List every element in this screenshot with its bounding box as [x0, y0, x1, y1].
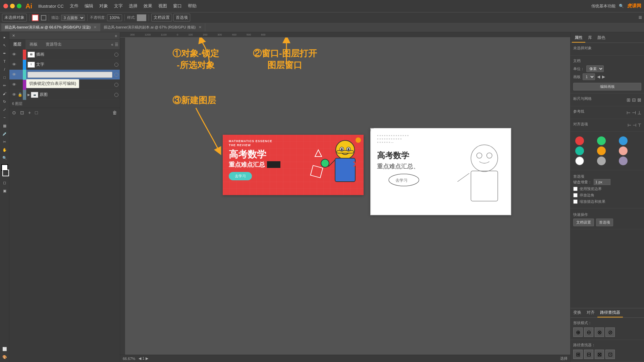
menu-select[interactable]: 选择 — [126, 3, 140, 9]
guide-icon-3[interactable]: ⊥ — [637, 110, 641, 115]
crop-btn[interactable]: ⊡ — [605, 350, 615, 359]
swatch-blue[interactable] — [619, 136, 628, 145]
delete-layer-btn[interactable]: 🗑 — [111, 109, 118, 116]
menu-window[interactable]: 窗口 — [170, 3, 184, 9]
layers-tab-layers[interactable]: 图层 — [9, 40, 25, 49]
layer-4-lock[interactable] — [17, 82, 23, 87]
layer-1-visibility[interactable]: 👁 — [11, 51, 17, 58]
tab-2-close[interactable]: ✕ — [199, 25, 202, 29]
stroke-select[interactable]: 3 点圆形 — [61, 15, 85, 21]
rpanel-tab-color[interactable]: 颜色 — [595, 34, 608, 43]
swatch-pink[interactable] — [619, 146, 628, 155]
fullscreen-btn[interactable] — [17, 4, 21, 8]
tab-1-close[interactable]: ✕ — [94, 25, 97, 29]
line-tool[interactable]: / — [1, 66, 8, 73]
rpanel-tab-properties[interactable]: 属性 — [572, 34, 585, 43]
select-tool[interactable]: ▸ — [1, 34, 8, 41]
layers-menu-btn[interactable]: ☰ — [115, 42, 118, 47]
corner-widget-check[interactable] — [573, 193, 578, 197]
intersect-btn[interactable]: ⊗ — [595, 327, 604, 337]
layers-panel-menu[interactable]: ≡ — [115, 34, 117, 38]
make-clipping-mask-btn[interactable]: ⊡ — [19, 109, 25, 116]
hand-tool[interactable]: ✋ — [1, 146, 8, 154]
unite-btn[interactable]: ⊕ — [573, 327, 583, 337]
canvas-area[interactable]: 300120011000100200300400500600 ①对象-锁定 -所… — [120, 32, 570, 362]
direct-select-tool[interactable]: ↖ — [1, 42, 8, 49]
search-icon[interactable]: 🔍 — [619, 4, 624, 8]
style-swatch[interactable] — [137, 14, 146, 21]
preview-bounds-check[interactable] — [573, 187, 578, 191]
layer-4-target[interactable] — [114, 83, 118, 87]
swatch-orange[interactable] — [597, 146, 606, 155]
menu-effect[interactable]: 效果 — [141, 3, 155, 9]
menu-app[interactable]: Illustrator CC — [36, 4, 66, 9]
type-tool[interactable]: T — [1, 58, 8, 65]
tab-2[interactable]: 插边风-banner演示稿的副本.ai @ 67% (RGB/GPU 推箱) ✕ — [100, 23, 205, 31]
banner-btn[interactable]: 去学习 — [229, 172, 252, 180]
layer-1-target[interactable] — [114, 53, 118, 57]
minus-front-btn[interactable]: ⊖ — [584, 327, 593, 337]
change-screen[interactable]: ⬜ — [1, 345, 8, 353]
artboard-select[interactable]: 1 — [583, 73, 595, 80]
artboard-indicator[interactable]: ◀ 1 ▶ — [139, 356, 148, 361]
tab-align[interactable]: 对齐 — [584, 308, 597, 317]
edit-artboard-btn[interactable]: 编辑画板 — [573, 83, 641, 90]
warp-tool[interactable]: ~ — [1, 114, 8, 121]
menu-edit[interactable]: 编辑 — [82, 3, 96, 9]
quick-prefs-btn[interactable]: 首选项 — [596, 219, 613, 226]
tab-1[interactable]: 插边风-banner演示稿.ai @ 66.67% (RGB/GPU 渲染) ✕ — [1, 23, 100, 31]
layer-5-target[interactable] — [114, 93, 118, 97]
art-tools[interactable]: 🎨 — [1, 353, 8, 361]
locate-layer-btn[interactable]: ⊙ — [11, 109, 17, 116]
screen-mode[interactable]: ▣ — [1, 187, 8, 194]
opacity-value[interactable]: 100% — [107, 14, 122, 21]
zoom-level[interactable]: 66.67% — [123, 357, 135, 361]
eyedropper-tool[interactable]: 💉 — [1, 130, 8, 137]
layer-row-3[interactable]: 👁 切换锁定(空白表示可编辑) — [9, 70, 120, 80]
panel-toggle-icon[interactable]: ≡ — [638, 14, 642, 21]
doc-settings-btn[interactable]: 文档设置 — [151, 14, 172, 21]
align-center-icon[interactable]: ⊣ — [633, 123, 636, 128]
swatch-green[interactable] — [597, 136, 606, 145]
scale-tool[interactable]: ⤢ — [1, 106, 8, 113]
layer-5-lock[interactable]: 🔒 — [17, 92, 23, 98]
pencil-tool[interactable]: ✏ — [1, 82, 8, 89]
layer-3-target[interactable] — [114, 73, 118, 77]
pen-tool[interactable]: ✒ — [1, 50, 8, 57]
artboard-next[interactable]: ▶ — [602, 74, 605, 79]
menu-object[interactable]: 对象 — [97, 3, 111, 9]
stroke-swatch[interactable] — [2, 170, 9, 176]
menu-help[interactable]: 帮助 — [185, 3, 199, 9]
stroke-color[interactable] — [41, 15, 46, 20]
menu-text[interactable]: 文字 — [111, 3, 125, 9]
quick-doc-settings-btn[interactable]: 文档设置 — [573, 219, 594, 226]
divide-btn[interactable]: ⊞ — [573, 350, 583, 359]
layer-2-visibility[interactable]: 👁 — [11, 61, 17, 68]
grid-icon[interactable]: ⊟ — [632, 97, 636, 103]
layers-tab-boards[interactable]: 画板 — [25, 40, 42, 49]
paintbrush-tool[interactable]: 🖌 — [1, 90, 8, 97]
menu-file[interactable]: 文件 — [67, 3, 81, 9]
layers-tab-export[interactable]: 资源导出 — [42, 40, 66, 49]
rotate-tool[interactable]: ↻ — [1, 98, 8, 105]
layer-5-expand[interactable]: ▶ — [28, 93, 30, 97]
guides-icon[interactable]: ⊠ — [637, 97, 641, 103]
minimize-btn[interactable] — [10, 4, 15, 8]
swatch-white[interactable] — [575, 157, 584, 165]
swatch-gray[interactable] — [597, 157, 606, 165]
new-sublayer-btn[interactable]: + — [27, 109, 32, 116]
guide-icon-1[interactable]: ⊢ — [627, 110, 631, 115]
tab-transform[interactable]: 变换 — [571, 308, 584, 317]
guide-icon-2[interactable]: ⊣ — [632, 110, 636, 115]
layer-3-lock[interactable] — [17, 72, 23, 77]
swatch-red[interactable] — [575, 136, 584, 145]
layer-2-lock[interactable] — [17, 62, 23, 67]
trim-btn[interactable]: ⊟ — [584, 350, 593, 359]
layer-row-5[interactable]: 👁 🔒 ▶ 📷 原图 — [9, 90, 120, 100]
fill-color[interactable] — [32, 14, 39, 21]
gradient-tool[interactable]: ▦ — [1, 122, 8, 129]
layer-4-visibility[interactable]: 👁 — [11, 81, 17, 88]
zoom-tool[interactable]: 🔍 — [1, 154, 8, 162]
rect-tool[interactable]: □ — [1, 74, 8, 81]
unit-select[interactable]: 像素 — [586, 65, 604, 72]
